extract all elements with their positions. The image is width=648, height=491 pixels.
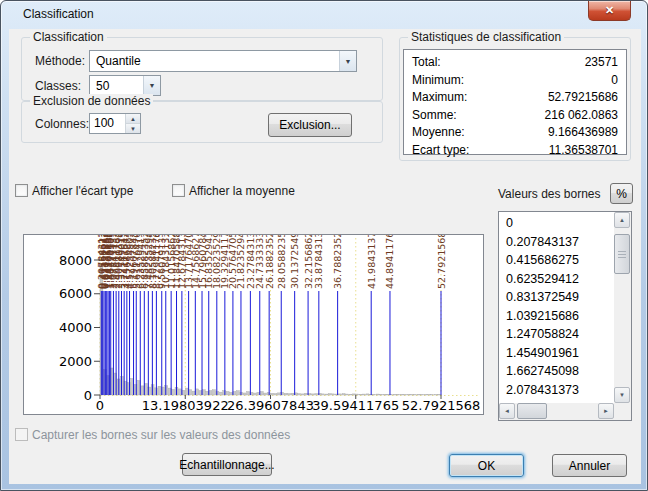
classes-dropdown[interactable]: 50 ▼	[89, 75, 161, 96]
stats-group-title: Statistiques de classification	[408, 30, 564, 44]
list-item[interactable]: 2.494117647	[500, 399, 613, 402]
percent-button[interactable]: %	[610, 183, 633, 204]
svg-text:39.59411765: 39.59411765	[312, 398, 399, 413]
svg-text:44.8941176: 44.8941176	[384, 235, 395, 289]
title-bar[interactable]: Classification ✕	[1, 1, 647, 29]
stat-value: 23571	[585, 54, 618, 71]
scroll-up-icon[interactable]: ▲	[614, 212, 630, 228]
close-icon: ✕	[605, 5, 614, 16]
list-item[interactable]: 0.207843137	[500, 233, 613, 252]
stat-label: Total:	[412, 54, 441, 71]
vertical-scrollbar[interactable]: ▲ ▼	[614, 212, 631, 403]
svg-text:26.1882352: 26.1882352	[264, 235, 275, 289]
bornes-label: Valeurs des bornes	[498, 187, 601, 201]
vertical-scroll-thumb[interactable]	[614, 234, 630, 274]
stat-row: Ecart type:11.36538701	[404, 141, 626, 159]
exclusion-button[interactable]: Exclusion...	[268, 113, 352, 137]
stat-row: Moyenne:9.166436989	[404, 123, 626, 141]
annuler-button[interactable]: Annuler	[552, 454, 627, 477]
list-item[interactable]: 1.247058824	[500, 325, 613, 344]
list-item[interactable]: 1.039215686	[500, 307, 613, 326]
chevron-down-icon: ▼	[339, 51, 356, 71]
stat-label: Somme:	[412, 107, 457, 124]
svg-text:52.7921568: 52.7921568	[402, 398, 481, 413]
classes-value: 50	[90, 79, 143, 93]
svg-text:0: 0	[84, 388, 92, 403]
list-item[interactable]: 0.415686275	[500, 251, 613, 270]
svg-text:41.9843137: 41.9843137	[366, 235, 377, 289]
svg-text:36.7882352: 36.7882352	[332, 235, 343, 289]
stat-row: Total:23571	[404, 53, 626, 71]
svg-text:30.1372549: 30.1372549	[289, 235, 300, 289]
stat-row: Maximum:52.79215686	[404, 88, 626, 106]
bornes-listbox[interactable]: 00.2078431370.4156862750.6235294120.8313…	[498, 211, 632, 421]
stat-value: 11.36538701	[549, 142, 618, 159]
stat-label: Maximum:	[412, 89, 467, 106]
dialog-body: Classification Méthode: Quantile ▼ Class…	[9, 29, 641, 484]
svg-text:0: 0	[96, 398, 104, 413]
stat-row: Minimum:0	[404, 71, 626, 89]
stat-label: Moyenne:	[412, 124, 465, 141]
spinner-down-icon[interactable]: ▼	[126, 124, 140, 133]
stat-value: 52.79215686	[548, 89, 618, 106]
list-item[interactable]: 1.662745098	[500, 362, 613, 381]
stat-row: Somme:216 062.0863	[404, 106, 626, 124]
classification-group-title: Classification	[30, 30, 107, 44]
svg-text:26.39607843: 26.39607843	[227, 398, 314, 413]
svg-text:13.19803922: 13.19803922	[142, 398, 229, 413]
svg-text:32.2156862: 32.2156862	[303, 235, 314, 289]
capturer-bornes-label: Capturer les bornes sur les valeurs des …	[32, 428, 290, 442]
scroll-down-icon[interactable]: ▼	[614, 387, 630, 403]
stat-label: Ecart type:	[412, 142, 469, 159]
horizontal-scrollbar[interactable]: ◄ ►	[499, 403, 614, 420]
svg-text:6000: 6000	[59, 286, 92, 301]
scroll-left-icon[interactable]: ◄	[499, 403, 515, 419]
list-item[interactable]: 0.831372549	[500, 288, 613, 307]
list-item[interactable]: 0.623529412	[500, 270, 613, 289]
svg-text:28.0588235: 28.0588235	[276, 235, 287, 289]
stat-value: 0	[611, 72, 618, 89]
list-item[interactable]: 2.078431373	[500, 381, 613, 400]
list-item[interactable]: 1.454901961	[500, 344, 613, 363]
echantillonnage-button[interactable]: Echantillonnage...	[182, 453, 272, 476]
capturer-bornes-checkbox	[15, 428, 28, 441]
afficher-moyenne-label: Afficher la moyenne	[189, 184, 295, 198]
scroll-right-icon[interactable]: ►	[598, 403, 614, 419]
colonnes-label: Colonnes:	[35, 117, 89, 131]
afficher-ecart-type-label: Afficher l'écart type	[32, 184, 133, 198]
methode-label: Méthode:	[35, 54, 85, 68]
stat-label: Minimum:	[412, 72, 464, 89]
list-item[interactable]: 0	[500, 214, 613, 233]
svg-text:52.7921568: 52.7921568	[436, 235, 447, 289]
stats-panel: Total:23571Minimum:0Maximum:52.79215686S…	[403, 49, 627, 155]
afficher-moyenne-checkbox[interactable]	[172, 184, 185, 197]
chevron-down-icon: ▼	[143, 76, 160, 95]
afficher-ecart-type-checkbox[interactable]	[15, 184, 28, 197]
svg-text:8000: 8000	[59, 253, 92, 268]
spinner-up-icon[interactable]: ▲	[126, 114, 140, 124]
methode-value: Quantile	[90, 54, 339, 68]
ok-button[interactable]: OK	[449, 454, 524, 477]
classes-label: Classes:	[35, 79, 81, 93]
histogram-chart[interactable]: 0.207843130.415686270.623529410.83137254…	[23, 234, 484, 415]
colonnes-stepper[interactable]: 100 ▲ ▼	[89, 113, 141, 134]
close-button[interactable]: ✕	[588, 1, 631, 21]
svg-text:4000: 4000	[59, 320, 92, 335]
stat-value: 216 062.0863	[545, 107, 618, 124]
svg-text:2000: 2000	[59, 354, 92, 369]
methode-dropdown[interactable]: Quantile ▼	[89, 50, 357, 72]
bornes-list: 00.2078431370.4156862750.6235294120.8313…	[500, 214, 613, 402]
horizontal-scroll-thumb[interactable]	[517, 403, 547, 419]
svg-text:33.8784313: 33.8784313	[313, 235, 324, 289]
exclusion-group-title: Exclusion de données	[30, 94, 153, 108]
window-title: Classification	[23, 7, 94, 21]
classification-dialog: Classification ✕ Classification Méthode:…	[0, 0, 648, 491]
stat-value: 9.166436989	[548, 124, 618, 141]
colonnes-value: 100	[90, 114, 125, 133]
